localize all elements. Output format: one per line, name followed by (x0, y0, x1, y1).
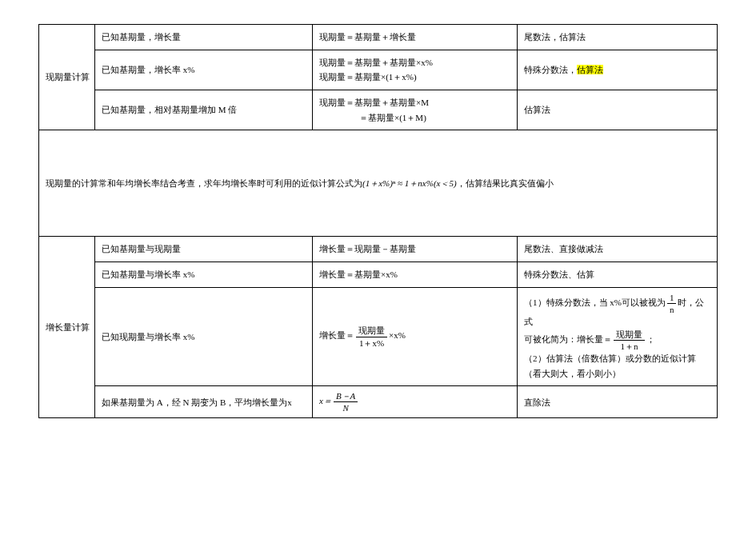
fraction: 1 n (667, 293, 677, 314)
table-row: 已知基期量，增长率 x% 现期量＝基期量＋基期量×x% 现期量＝基期量×(1＋x… (39, 50, 718, 90)
formula-cell: 增长量＝ 现期量 1＋x% ×x% (313, 287, 518, 385)
table-row: 如果基期量为 A，经 N 期变为 B，平均增长量为x x＝ B－A N 直除法 (39, 386, 718, 418)
table-row: 增长量计算 已知基期量与现期量 增长量＝现期量－基期量 尾数法、直接做减法 (39, 237, 718, 262)
fraction-numerator: 1 (667, 293, 677, 304)
method-line: （2）估算法（倍数估算）或分数的近似计算（看大则大，看小则小） (524, 353, 696, 378)
table-row: 已知基期量，相对基期量增加 M 倍 现期量＝基期量＋基期量×M ＝基期量×(1＋… (39, 90, 718, 130)
formula-text: 现期量＝基期量×(1＋x%) (319, 70, 510, 85)
given-cell: 已知基期量，增长量 (95, 25, 313, 50)
formula-text: 现期量＝基期量＋增长量 (319, 30, 510, 45)
given-cell: 已知基期量与增长率 x% (95, 262, 313, 288)
method-cell: （1）特殊分数法，当 x%可以被视为 1 n 时，公式 可被化简为：增长量＝ 现… (518, 287, 718, 385)
method-text: 特殊分数法， (524, 65, 577, 74)
fraction-denominator: 1＋x% (356, 337, 387, 348)
method-line: （1）特殊分数法，当 x%可以被视为 (524, 297, 666, 307)
formula-cell: 现期量＝基期量＋增长量 (313, 25, 518, 50)
section-label: 增长量计算 (39, 237, 95, 418)
method-cell: 直除法 (518, 386, 718, 418)
fraction-denominator: n (667, 304, 677, 314)
method-cell: 特殊分数法，估算法 (518, 50, 718, 90)
note-prefix: 现期量的计算常和年均增长率结合考查，求年均增长率时可利用的近似计算公式为 (46, 178, 362, 188)
fraction-numerator: 现期量 (356, 325, 387, 337)
method-cell: 尾数法、直接做减法 (518, 237, 718, 262)
table-row: 已知基期量与增长率 x% 增长量＝基期量×x% 特殊分数法、估算 (39, 262, 718, 288)
fraction-denominator: N (334, 402, 358, 413)
formula-text: ＝基期量×(1＋M) (319, 110, 510, 126)
method-line: 可被化简为：增长量＝ (524, 334, 612, 344)
method-cell: 特殊分数法、估算 (518, 262, 718, 288)
table-row: 现期量计算 已知基期量，增长量 现期量＝基期量＋增长量 尾数法，估算法 (39, 25, 718, 50)
formula-lhs: x＝ (319, 396, 332, 405)
method-line: ； (646, 334, 655, 344)
given-cell: 如果基期量为 A，经 N 期变为 B，平均增长量为x (95, 386, 313, 418)
table-row: 已知现期量与增长率 x% 增长量＝ 现期量 1＋x% ×x% （1）特殊分数法，… (39, 287, 718, 385)
formula-cell: x＝ B－A N (313, 386, 518, 418)
given-cell: 已知基期量，相对基期量增加 M 倍 (95, 90, 313, 130)
formula-cell: 增长量＝现期量－基期量 (313, 237, 518, 262)
note-row: 现期量的计算常和年均增长率结合考查，求年均增长率时可利用的近似计算公式为(1＋x… (39, 130, 718, 237)
note-math: (1＋x%)ⁿ ≈ 1＋nx%(x＜5) (362, 178, 457, 188)
given-cell: 已知基期量与现期量 (95, 237, 313, 262)
method-cell: 估算法 (518, 90, 718, 130)
formula-text: 现期量＝基期量＋基期量×x% (319, 55, 510, 70)
formula-cell: 现期量＝基期量＋基期量×M ＝基期量×(1＋M) (313, 90, 518, 130)
formula-tail: ×x% (389, 331, 406, 341)
fraction-denominator: 1＋n (614, 341, 645, 351)
note-suffix: ，估算结果比真实值偏小 (457, 178, 554, 188)
fraction-numerator: 现期量 (614, 329, 645, 341)
method-cell: 尾数法，估算法 (518, 25, 718, 50)
given-cell: 已知现期量与增长率 x% (95, 287, 313, 385)
fraction: 现期量 1＋x% (356, 325, 387, 347)
formula-table: 现期量计算 已知基期量，增长量 现期量＝基期量＋增长量 尾数法，估算法 已知基期… (38, 24, 718, 418)
formula-cell: 现期量＝基期量＋基期量×x% 现期量＝基期量×(1＋x%) (313, 50, 518, 90)
given-text: 已知基期量，增长率 x% (102, 65, 194, 74)
fraction: 现期量 1＋n (614, 329, 645, 351)
highlighted-text: 估算法 (577, 65, 603, 74)
fraction-numerator: B－A (334, 391, 358, 402)
formula-cell: 增长量＝基期量×x% (313, 262, 518, 288)
given-cell: 已知基期量，增长率 x% (95, 50, 313, 90)
formula-text: 现期量＝基期量＋基期量×M (319, 95, 510, 110)
section-label: 现期量计算 (39, 25, 95, 130)
document-page: 现期量计算 已知基期量，增长量 现期量＝基期量＋增长量 尾数法，估算法 已知基期… (0, 0, 756, 535)
formula-label: 增长量＝ (319, 331, 354, 341)
note-cell: 现期量的计算常和年均增长率结合考查，求年均增长率时可利用的近似计算公式为(1＋x… (39, 130, 718, 237)
fraction: B－A N (334, 391, 358, 413)
